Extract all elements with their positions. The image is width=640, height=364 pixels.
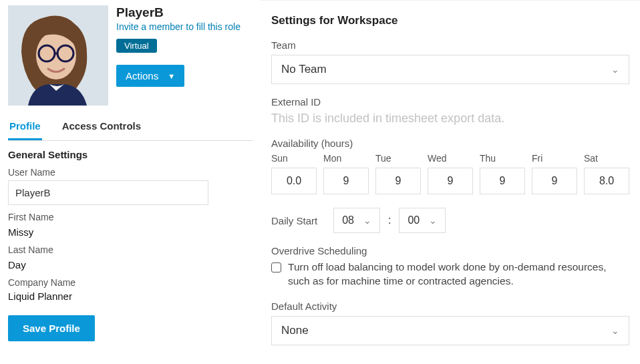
- time-colon: :: [388, 214, 391, 226]
- avail-day-label: Fri: [532, 153, 577, 164]
- lastname-value: Day: [8, 259, 253, 270]
- avail-day-input[interactable]: [375, 168, 421, 194]
- chevron-down-icon: ⌄: [611, 325, 619, 336]
- tab-profile[interactable]: Profile: [8, 114, 42, 140]
- avail-day-input[interactable]: [323, 168, 369, 194]
- team-value: No Team: [281, 63, 327, 76]
- avail-day-input[interactable]: [428, 168, 473, 194]
- chevron-down-icon: ⌄: [363, 215, 371, 226]
- profile-name: PlayerB: [116, 5, 241, 20]
- avatar: [8, 5, 108, 106]
- company-value: Liquid Planner: [8, 291, 253, 302]
- invite-link[interactable]: Invite a member to fill this role: [116, 21, 241, 32]
- actions-button[interactable]: Actions ▼: [116, 65, 184, 87]
- avail-day-label: Mon: [323, 153, 369, 164]
- avail-day-input[interactable]: [480, 168, 525, 194]
- default-activity-value: None: [281, 324, 309, 337]
- external-id-placeholder: This ID is included in timesheet export …: [271, 112, 629, 126]
- avail-day-label: Sun: [271, 153, 317, 164]
- firstname-label: First Name: [8, 212, 253, 222]
- save-profile-button[interactable]: Save Profile: [8, 315, 95, 341]
- firstname-value: Missy: [8, 226, 253, 238]
- external-id-label: External ID: [271, 96, 629, 108]
- team-select[interactable]: No Team ⌄: [271, 55, 629, 84]
- avail-day-label: Thu: [480, 153, 525, 164]
- username-label: User Name: [8, 167, 253, 178]
- chevron-down-icon: ⌄: [611, 64, 619, 75]
- overdrive-checkbox[interactable]: [271, 262, 281, 272]
- daily-start-min-select[interactable]: 00 ⌄: [399, 208, 446, 233]
- daily-start-min: 00: [408, 214, 420, 226]
- virtual-badge: Virtual: [116, 39, 157, 53]
- daily-start-hour-select[interactable]: 08 ⌄: [333, 208, 380, 233]
- chevron-down-icon: ⌄: [429, 215, 437, 226]
- actions-label: Actions: [126, 70, 158, 81]
- daily-start-label: Daily Start: [271, 215, 317, 226]
- avail-day-label: Sat: [584, 153, 629, 164]
- lastname-label: Last Name: [8, 244, 253, 255]
- avail-day-input[interactable]: [271, 168, 317, 194]
- default-activity-label: Default Activity: [271, 301, 629, 312]
- overdrive-text: Turn off load balancing to model work do…: [288, 260, 629, 289]
- avail-day-label: Wed: [428, 153, 473, 164]
- default-activity-select[interactable]: None ⌄: [271, 316, 629, 345]
- avail-day-input[interactable]: [532, 168, 577, 194]
- general-settings-title: General Settings: [8, 149, 253, 160]
- workspace-title: Settings for Workspace: [271, 14, 629, 27]
- availability-label: Availability (hours): [271, 138, 629, 149]
- team-label: Team: [271, 39, 629, 51]
- triangle-down-icon: ▼: [168, 72, 175, 80]
- company-label: Company Name: [8, 277, 253, 288]
- daily-start-hour: 08: [342, 214, 354, 226]
- avail-day-input[interactable]: [584, 168, 629, 194]
- username-input[interactable]: [8, 180, 208, 205]
- avail-day-label: Tue: [375, 153, 421, 164]
- overdrive-label: Overdrive Scheduling: [271, 245, 629, 256]
- tab-access-controls[interactable]: Access Controls: [61, 114, 142, 140]
